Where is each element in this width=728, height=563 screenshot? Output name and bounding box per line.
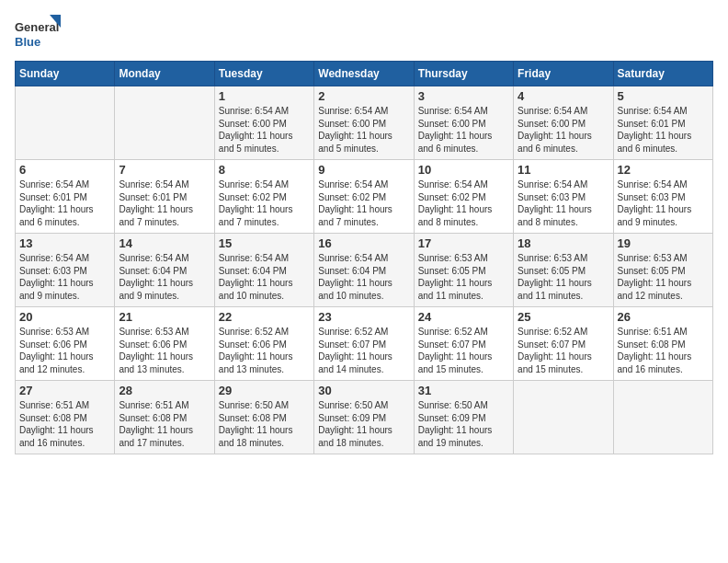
day-detail: Sunrise: 6:52 AM Sunset: 6:06 PM Dayligh… [219,326,310,375]
day-number: 13 [19,236,110,250]
calendar-cell: 24Sunrise: 6:52 AM Sunset: 6:07 PM Dayli… [414,307,513,381]
day-number: 31 [418,384,509,397]
calendar-cell [115,86,214,160]
calendar-cell: 5Sunrise: 6:54 AM Sunset: 6:01 PM Daylig… [613,86,712,160]
calendar-week-row: 1Sunrise: 6:54 AM Sunset: 6:00 PM Daylig… [16,86,713,160]
svg-text:General: General [15,20,59,34]
calendar-cell: 1Sunrise: 6:54 AM Sunset: 6:00 PM Daylig… [214,86,313,160]
day-detail: Sunrise: 6:54 AM Sunset: 6:00 PM Dayligh… [518,105,609,155]
calendar-cell: 6Sunrise: 6:54 AM Sunset: 6:01 PM Daylig… [16,160,115,234]
day-number: 8 [219,163,310,177]
calendar-cell: 23Sunrise: 6:52 AM Sunset: 6:07 PM Dayli… [314,307,414,381]
day-number: 26 [618,310,709,324]
calendar-cell: 28Sunrise: 6:51 AM Sunset: 6:08 PM Dayli… [115,381,214,454]
column-header-saturday: Saturday [613,62,712,86]
calendar-cell [613,381,712,454]
day-detail: Sunrise: 6:53 AM Sunset: 6:05 PM Dayligh… [418,252,509,302]
calendar-cell: 16Sunrise: 6:54 AM Sunset: 6:04 PM Dayli… [314,234,414,307]
day-number: 12 [618,163,709,177]
day-number: 19 [618,236,709,250]
calendar-cell: 19Sunrise: 6:53 AM Sunset: 6:05 PM Dayli… [613,234,712,307]
day-detail: Sunrise: 6:51 AM Sunset: 6:08 PM Dayligh… [618,326,709,375]
calendar-cell: 20Sunrise: 6:53 AM Sunset: 6:06 PM Dayli… [16,307,115,381]
day-number: 7 [119,163,210,177]
logo-svg: GeneralBlue [15,15,61,52]
day-detail: Sunrise: 6:53 AM Sunset: 6:05 PM Dayligh… [518,252,609,302]
day-number: 9 [318,163,409,177]
day-detail: Sunrise: 6:54 AM Sunset: 6:04 PM Dayligh… [219,252,310,302]
day-number: 4 [518,89,609,103]
day-detail: Sunrise: 6:54 AM Sunset: 6:02 PM Dayligh… [318,178,409,228]
page-header: GeneralBlue [15,15,713,52]
day-number: 25 [518,310,609,324]
day-number: 30 [318,384,409,397]
calendar-cell: 3Sunrise: 6:54 AM Sunset: 6:00 PM Daylig… [414,86,513,160]
day-number: 1 [219,89,310,103]
day-number: 23 [318,310,409,324]
day-detail: Sunrise: 6:51 AM Sunset: 6:08 PM Dayligh… [119,399,210,449]
calendar-cell: 21Sunrise: 6:53 AM Sunset: 6:06 PM Dayli… [115,307,214,381]
calendar-week-row: 27Sunrise: 6:51 AM Sunset: 6:08 PM Dayli… [16,381,713,454]
calendar-cell: 18Sunrise: 6:53 AM Sunset: 6:05 PM Dayli… [514,234,613,307]
calendar-body: 1Sunrise: 6:54 AM Sunset: 6:00 PM Daylig… [16,86,713,454]
column-header-wednesday: Wednesday [314,62,414,86]
day-detail: Sunrise: 6:53 AM Sunset: 6:06 PM Dayligh… [119,326,210,375]
day-number: 21 [119,310,210,324]
calendar-cell: 31Sunrise: 6:50 AM Sunset: 6:09 PM Dayli… [414,381,513,454]
day-detail: Sunrise: 6:53 AM Sunset: 6:05 PM Dayligh… [618,252,709,302]
calendar-header-row: SundayMondayTuesdayWednesdayThursdayFrid… [16,62,713,86]
day-detail: Sunrise: 6:52 AM Sunset: 6:07 PM Dayligh… [418,326,509,375]
calendar-table: SundayMondayTuesdayWednesdayThursdayFrid… [15,61,713,454]
calendar-cell: 9Sunrise: 6:54 AM Sunset: 6:02 PM Daylig… [314,160,414,234]
day-number: 11 [518,163,609,177]
day-number: 17 [418,236,509,250]
calendar-week-row: 20Sunrise: 6:53 AM Sunset: 6:06 PM Dayli… [16,307,713,381]
calendar-cell: 2Sunrise: 6:54 AM Sunset: 6:00 PM Daylig… [314,86,414,160]
day-number: 15 [219,236,310,250]
day-detail: Sunrise: 6:54 AM Sunset: 6:04 PM Dayligh… [318,252,409,302]
day-detail: Sunrise: 6:54 AM Sunset: 6:00 PM Dayligh… [418,105,509,155]
calendar-cell: 29Sunrise: 6:50 AM Sunset: 6:08 PM Dayli… [214,381,313,454]
day-number: 14 [119,236,210,250]
day-number: 5 [618,89,709,103]
calendar-cell: 26Sunrise: 6:51 AM Sunset: 6:08 PM Dayli… [613,307,712,381]
svg-text:Blue: Blue [15,35,40,49]
calendar-cell: 4Sunrise: 6:54 AM Sunset: 6:00 PM Daylig… [514,86,613,160]
day-detail: Sunrise: 6:54 AM Sunset: 6:01 PM Dayligh… [618,105,709,155]
day-detail: Sunrise: 6:54 AM Sunset: 6:02 PM Dayligh… [219,178,310,228]
calendar-cell: 10Sunrise: 6:54 AM Sunset: 6:02 PM Dayli… [414,160,513,234]
day-detail: Sunrise: 6:54 AM Sunset: 6:03 PM Dayligh… [19,252,110,302]
day-detail: Sunrise: 6:54 AM Sunset: 6:01 PM Dayligh… [119,178,210,228]
day-detail: Sunrise: 6:51 AM Sunset: 6:08 PM Dayligh… [19,399,110,449]
day-detail: Sunrise: 6:54 AM Sunset: 6:02 PM Dayligh… [418,178,509,228]
calendar-cell: 11Sunrise: 6:54 AM Sunset: 6:03 PM Dayli… [514,160,613,234]
calendar-cell: 8Sunrise: 6:54 AM Sunset: 6:02 PM Daylig… [214,160,313,234]
day-detail: Sunrise: 6:54 AM Sunset: 6:00 PM Dayligh… [318,105,409,155]
day-detail: Sunrise: 6:52 AM Sunset: 6:07 PM Dayligh… [318,326,409,375]
day-number: 2 [318,89,409,103]
calendar-cell: 15Sunrise: 6:54 AM Sunset: 6:04 PM Dayli… [214,234,313,307]
calendar-cell: 30Sunrise: 6:50 AM Sunset: 6:09 PM Dayli… [314,381,414,454]
calendar-week-row: 6Sunrise: 6:54 AM Sunset: 6:01 PM Daylig… [16,160,713,234]
calendar-cell: 13Sunrise: 6:54 AM Sunset: 6:03 PM Dayli… [16,234,115,307]
calendar-cell: 14Sunrise: 6:54 AM Sunset: 6:04 PM Dayli… [115,234,214,307]
day-detail: Sunrise: 6:54 AM Sunset: 6:04 PM Dayligh… [119,252,210,302]
calendar-week-row: 13Sunrise: 6:54 AM Sunset: 6:03 PM Dayli… [16,234,713,307]
calendar-cell: 27Sunrise: 6:51 AM Sunset: 6:08 PM Dayli… [16,381,115,454]
day-number: 20 [19,310,110,324]
column-header-sunday: Sunday [16,62,115,86]
day-number: 16 [318,236,409,250]
day-number: 10 [418,163,509,177]
day-number: 22 [219,310,310,324]
calendar-cell [16,86,115,160]
day-number: 27 [19,384,110,397]
column-header-thursday: Thursday [414,62,513,86]
day-detail: Sunrise: 6:54 AM Sunset: 6:01 PM Dayligh… [19,178,110,228]
day-detail: Sunrise: 6:50 AM Sunset: 6:09 PM Dayligh… [318,399,409,449]
logo: GeneralBlue [15,15,61,52]
day-number: 29 [219,384,310,397]
calendar-cell: 17Sunrise: 6:53 AM Sunset: 6:05 PM Dayli… [414,234,513,307]
calendar-cell: 12Sunrise: 6:54 AM Sunset: 6:03 PM Dayli… [613,160,712,234]
column-header-monday: Monday [115,62,214,86]
calendar-cell: 22Sunrise: 6:52 AM Sunset: 6:06 PM Dayli… [214,307,313,381]
